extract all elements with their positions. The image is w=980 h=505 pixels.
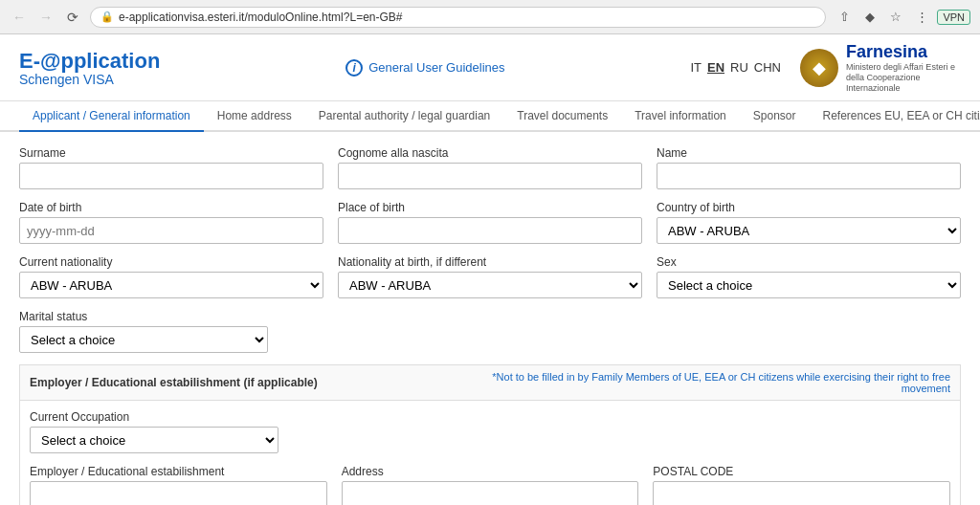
lang-ru[interactable]: RU xyxy=(730,60,748,75)
name-group: Name xyxy=(657,146,961,189)
employer-name-input[interactable] xyxy=(30,481,327,505)
lang-it[interactable]: IT xyxy=(690,60,702,75)
url-text: e-applicationvisa.esteri.it/moduloOnline… xyxy=(119,11,403,24)
current-nationality-group: Current nationality ABW - ARUBA xyxy=(19,255,323,298)
employer-section-title: Employer / Educational estabilishment (i… xyxy=(30,376,318,389)
surname-group: Surname xyxy=(19,146,323,189)
place-of-birth-input[interactable] xyxy=(338,217,642,244)
app-title: E-@pplication xyxy=(19,49,160,74)
employer-section-body: Current Occupation Select a choice Emplo… xyxy=(20,401,960,505)
postal-code-input[interactable] xyxy=(653,481,950,505)
lock-icon: 🔒 xyxy=(100,11,114,23)
bookmark-icon[interactable]: ☆ xyxy=(885,7,906,28)
row-current-occupation: Current Occupation Select a choice xyxy=(30,410,950,453)
marital-status-select[interactable]: Select a choice xyxy=(19,326,268,353)
row-nationality-sex: Current nationality ABW - ARUBA National… xyxy=(19,255,961,298)
current-occupation-select[interactable]: Select a choice xyxy=(30,427,278,453)
tab-travel-docs[interactable]: Travel documents xyxy=(503,101,621,132)
tab-applicant[interactable]: Applicant / General information xyxy=(19,101,204,132)
nationality-at-birth-label: Nationality at birth, if different xyxy=(338,255,642,269)
menu-icon[interactable]: ⋮ xyxy=(911,7,932,28)
main-form: Surname Cognome alla nascita Name Date o… xyxy=(0,132,980,505)
dob-label: Date of birth xyxy=(19,201,323,214)
dob-group: Date of birth xyxy=(19,201,323,244)
tab-home-address[interactable]: Home address xyxy=(204,101,305,132)
marital-status-group: Marital status Select a choice xyxy=(19,310,268,353)
cognome-group: Cognome alla nascita xyxy=(338,146,642,189)
country-of-birth-label: Country of birth xyxy=(657,201,961,214)
cognome-input[interactable] xyxy=(338,163,642,189)
address-bar[interactable]: 🔒 e-applicationvisa.esteri.it/moduloOnli… xyxy=(90,7,826,28)
employer-address-label: Address xyxy=(342,465,639,478)
farnesina-subtitle: Ministero degli Affari Esteri e della Co… xyxy=(846,62,961,93)
row-marital-status: Marital status Select a choice xyxy=(19,310,961,353)
share-icon[interactable]: ⇧ xyxy=(834,7,855,28)
current-occupation-group: Current Occupation Select a choice xyxy=(30,410,278,453)
current-nationality-label: Current nationality xyxy=(19,255,323,269)
row-surname-cognome-name: Surname Cognome alla nascita Name xyxy=(19,146,961,189)
tab-sponsor[interactable]: Sponsor xyxy=(740,101,810,132)
nationality-at-birth-select[interactable]: ABW - ARUBA xyxy=(338,272,642,298)
row-dob-birth: Date of birth Place of birth Country of … xyxy=(19,201,961,244)
employer-name-label: Employer / Educational estabilishment xyxy=(30,465,327,478)
surname-input[interactable] xyxy=(19,163,323,189)
current-occupation-label: Current Occupation xyxy=(30,410,278,424)
app-header: E-@pplication Schengen VISA i General Us… xyxy=(0,34,980,101)
browser-actions: ⇧ ◆ ☆ ⋮ VPN xyxy=(834,7,970,28)
surname-label: Surname xyxy=(19,146,323,160)
place-of-birth-label: Place of birth xyxy=(338,201,642,214)
employer-name-group: Employer / Educational estabilishment xyxy=(30,465,327,505)
guidelines-link[interactable]: i General User Guidelines xyxy=(345,59,504,77)
farnesina-logo: ◆ Farnesina Ministero degli Affari Ester… xyxy=(800,42,961,93)
employer-address-input[interactable] xyxy=(342,481,639,505)
app-subtitle: Schengen VISA xyxy=(19,72,160,87)
lang-en[interactable]: EN xyxy=(707,60,724,75)
name-label: Name xyxy=(657,146,961,160)
farnesina-emblem-icon: ◆ xyxy=(800,49,838,87)
country-of-birth-select[interactable]: ABW - ARUBA xyxy=(657,217,961,244)
name-input[interactable] xyxy=(657,163,961,189)
back-button[interactable]: ← xyxy=(10,8,29,27)
employer-section-header: Employer / Educational estabilishment (i… xyxy=(20,365,960,401)
tab-travel-info[interactable]: Travel information xyxy=(621,101,740,132)
sex-select[interactable]: Select a choice xyxy=(657,272,961,298)
employer-address-group: Address xyxy=(342,465,639,505)
place-of-birth-group: Place of birth xyxy=(338,201,642,244)
lang-chn[interactable]: CHN xyxy=(754,60,781,75)
postal-code-group: POSTAL CODE xyxy=(653,465,950,505)
current-nationality-select[interactable]: ABW - ARUBA xyxy=(19,272,323,298)
language-selector: IT EN RU CHN xyxy=(690,60,781,75)
tab-parental[interactable]: Parental authority / legal guardian xyxy=(305,101,503,132)
browser-toolbar: ← → ⟳ 🔒 e-applicationvisa.esteri.it/modu… xyxy=(0,0,980,34)
farnesina-title: Farnesina xyxy=(846,42,961,62)
guidelines-label: General User Guidelines xyxy=(368,60,504,75)
employer-section: Employer / Educational estabilishment (i… xyxy=(19,364,961,505)
vpn-badge: VPN xyxy=(937,10,970,25)
dob-input[interactable] xyxy=(19,217,323,244)
tabs-navigation: Applicant / General information Home add… xyxy=(0,101,980,132)
info-icon: i xyxy=(345,59,363,77)
refresh-button[interactable]: ⟳ xyxy=(63,8,82,27)
employer-section-note: *Not to be filled in by Family Members o… xyxy=(472,371,950,394)
sex-group: Sex Select a choice xyxy=(657,255,961,298)
app-logo: E-@pplication Schengen VISA xyxy=(19,49,160,87)
forward-button[interactable]: → xyxy=(36,8,56,27)
marital-status-label: Marital status xyxy=(19,310,268,323)
cognome-label: Cognome alla nascita xyxy=(338,146,642,160)
nationality-at-birth-group: Nationality at birth, if different ABW -… xyxy=(338,255,642,298)
country-of-birth-group: Country of birth ABW - ARUBA xyxy=(657,201,961,244)
row-employer-address-postal: Employer / Educational estabilishment Ad… xyxy=(30,465,950,505)
extensions-icon[interactable]: ◆ xyxy=(859,7,880,28)
sex-label: Sex xyxy=(657,255,961,269)
tab-references[interactable]: References EU, EEA or CH citizens xyxy=(810,101,981,132)
postal-code-label: POSTAL CODE xyxy=(653,465,950,478)
